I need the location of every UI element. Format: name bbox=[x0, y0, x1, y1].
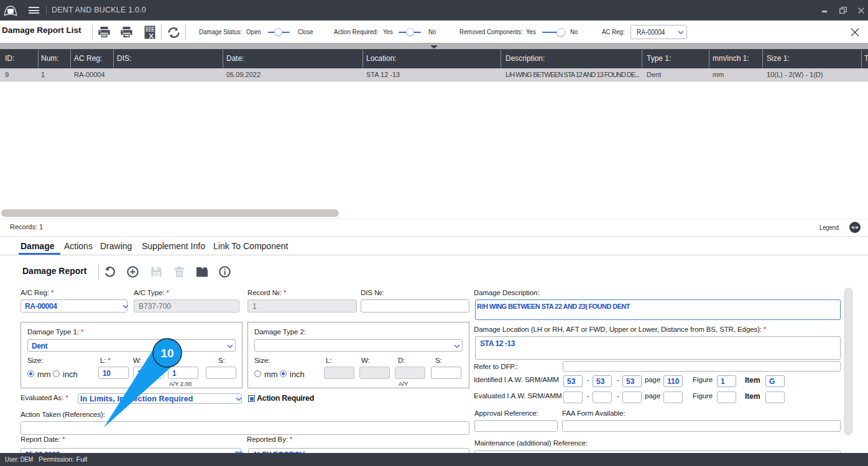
svg-text:10: 10 bbox=[160, 347, 173, 360]
